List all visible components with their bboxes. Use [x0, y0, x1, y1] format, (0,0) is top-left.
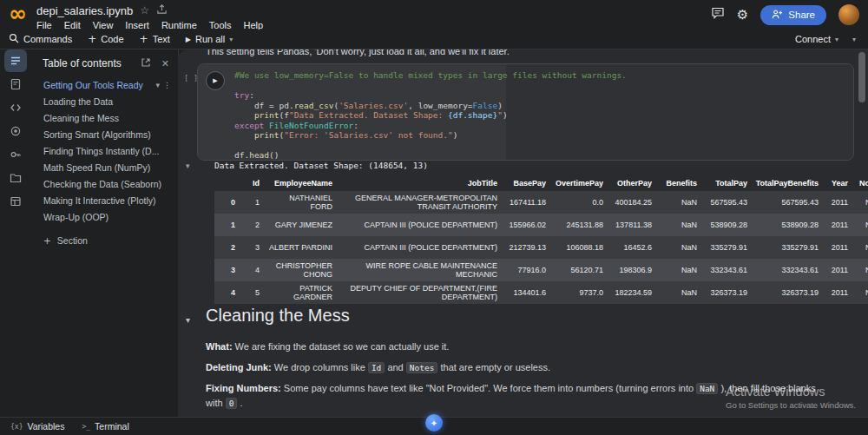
- markdown-clipped-line: This setting tells Pandas, 'Don't worry,…: [206, 49, 510, 56]
- gemini-assistant-button[interactable]: ✦: [425, 414, 443, 432]
- toc-item[interactable]: Getting Our Tools Ready▾⋮: [31, 76, 178, 93]
- toc-item-label: Getting Our Tools Ready: [43, 80, 152, 90]
- terminal-button[interactable]: >_ Terminal: [82, 421, 128, 432]
- column-header: JobTitle: [336, 176, 501, 191]
- toc-item-label: Making It Interactive (Plotly): [43, 195, 171, 206]
- code-cell[interactable]: ▶ #We use low_memory=False to handle mix…: [197, 63, 854, 161]
- upload-icon[interactable]: [156, 3, 168, 18]
- table-of-contents-icon[interactable]: [4, 49, 27, 72]
- commands-button[interactable]: Commands: [9, 33, 72, 45]
- table-cell: 5: [239, 281, 263, 304]
- plus-icon: +: [140, 33, 148, 45]
- column-header: TotalPayBenefits: [751, 176, 822, 191]
- markdown-paragraph: Deleting Junk: We drop columns like Id a…: [206, 360, 818, 375]
- header-actions: ⚙ Share: [711, 4, 859, 25]
- toc-item[interactable]: Making It Interactive (Plotly): [31, 192, 178, 208]
- table-row: 01NATHANIEL FORDGENERAL MANAGER-METROPOL…: [214, 191, 868, 214]
- column-header: EmployeeName: [263, 176, 336, 191]
- code-line: [234, 141, 627, 151]
- table-cell: 155966.02: [501, 214, 549, 236]
- toc-item[interactable]: Loading the Data: [31, 93, 178, 109]
- table-cell: NaN: [852, 281, 868, 304]
- colab-logo-icon[interactable]: ∞: [9, 0, 27, 29]
- add-section-button[interactable]: + Section: [43, 235, 166, 246]
- code-line: [234, 81, 627, 91]
- table-cell: CHRISTOPHER CHONG: [263, 259, 336, 281]
- table-cell: NaN: [655, 191, 700, 214]
- table-row: 45PATRICK GARDNERDEPUTY CHIEF OF DEPARTM…: [214, 281, 868, 304]
- comment-icon[interactable]: [711, 6, 725, 23]
- connect-button[interactable]: Connect ▾: [795, 34, 838, 44]
- table-cell: 567595.43: [700, 191, 751, 214]
- toc-item[interactable]: Sorting Smart (Algorithms): [31, 126, 178, 142]
- share-label: Share: [788, 10, 815, 20]
- column-header: BasePay: [501, 176, 549, 191]
- table-row: 23ALBERT PARDINICAPTAIN III (POLICE DEPA…: [214, 236, 868, 259]
- table-cell: 332343.61: [700, 259, 751, 281]
- play-icon: ▶: [213, 77, 217, 84]
- collapse-output-icon[interactable]: ▾: [186, 161, 190, 170]
- toc-item[interactable]: Checking the Data (Seaborn): [31, 175, 178, 192]
- add-text-button[interactable]: + Text: [140, 33, 170, 45]
- open-in-new-icon[interactable]: [141, 57, 151, 69]
- share-button[interactable]: Share: [760, 5, 826, 25]
- run-all-button[interactable]: ▶ Run all ▾: [186, 34, 233, 44]
- toc-item[interactable]: Cleaning the Mess: [31, 109, 178, 126]
- collapse-section-icon[interactable]: ▾: [186, 315, 190, 325]
- plus-icon: +: [43, 235, 51, 246]
- code-snippets-icon[interactable]: [4, 96, 27, 119]
- toc-item-label: Checking the Data (Seaborn): [43, 179, 171, 189]
- table-cell: NaN: [852, 236, 868, 259]
- spark-icon: ✦: [431, 419, 437, 428]
- run-all-label: Run all: [195, 34, 225, 44]
- table-cell: 2: [239, 214, 263, 236]
- secrets-key-icon[interactable]: [4, 143, 27, 166]
- watermark-line1: Activate Windows: [726, 385, 856, 399]
- table-cell: GENERAL MANAGER-METROPOLITAN TRANSIT AUT…: [336, 191, 501, 214]
- cell-execution-gutter: [ ]: [184, 74, 198, 82]
- close-icon[interactable]: ✕: [161, 58, 169, 69]
- kebab-menu-icon[interactable]: ⋮: [163, 81, 171, 89]
- chevron-down-icon[interactable]: ▾: [155, 81, 160, 89]
- notebook-filename[interactable]: depi_salaries.ipynb: [36, 4, 133, 17]
- table-cell: 2011: [822, 214, 852, 236]
- windows-watermark: Activate Windows Go to Settings to activ…: [726, 385, 856, 410]
- file-block: depi_salaries.ipynb ☆ FileEditViewInsert…: [36, 3, 269, 31]
- table-cell: ALBERT PARDINI: [263, 236, 336, 259]
- code-line: except FileNotFoundError:: [234, 121, 627, 131]
- column-header: Year: [822, 176, 852, 191]
- table-cell: NATHANIEL FORD: [263, 191, 336, 214]
- code-line: print(f"Data Extracted. Dataset Shape: {…: [234, 110, 627, 121]
- toc-item[interactable]: Math Speed Run (NumPy): [31, 159, 178, 175]
- left-rail: [0, 49, 31, 418]
- column-header: OtherPay: [607, 176, 655, 191]
- table-cell: 212739.13: [501, 236, 549, 259]
- table-cell: 167411.18: [501, 191, 549, 214]
- settings-gear-icon[interactable]: ⚙: [737, 7, 748, 23]
- run-cell-button[interactable]: ▶: [206, 71, 225, 90]
- table-row: 34CHRISTOPHER CHONGWIRE ROPE CABLE MAINT…: [214, 259, 868, 281]
- variable-inspector-icon[interactable]: [4, 120, 27, 142]
- code-editor[interactable]: #We use low_memory=False to handle mixed…: [234, 70, 627, 161]
- code-line: try:: [234, 90, 627, 101]
- add-code-button[interactable]: + Code: [88, 33, 123, 45]
- star-icon[interactable]: ☆: [140, 4, 149, 16]
- toc-item[interactable]: Finding Things Instantly (D...: [31, 142, 178, 159]
- search-icon: [9, 33, 19, 45]
- column-header: Benefits: [655, 176, 700, 191]
- scrollbar-thumb[interactable]: [858, 52, 865, 102]
- toc-item[interactable]: Wrap-Up (OOP): [31, 208, 178, 225]
- toc-item-label: Cleaning the Mess: [43, 113, 171, 123]
- row-index: 3: [214, 259, 239, 281]
- collapse-toolbar-icon[interactable]: ▾: [852, 36, 856, 43]
- table-cell: 56120.71: [549, 259, 607, 281]
- play-icon: ▶: [186, 36, 191, 43]
- table-cell: 106088.18: [549, 236, 607, 259]
- avatar[interactable]: [838, 4, 859, 25]
- variables-button[interactable]: {x} Variables: [10, 421, 64, 432]
- data-table-icon[interactable]: [4, 190, 27, 213]
- find-replace-icon[interactable]: [4, 73, 27, 96]
- table-cell: 538909.28: [700, 214, 751, 236]
- column-header: TotalPay: [700, 176, 751, 191]
- files-folder-icon[interactable]: [4, 167, 27, 189]
